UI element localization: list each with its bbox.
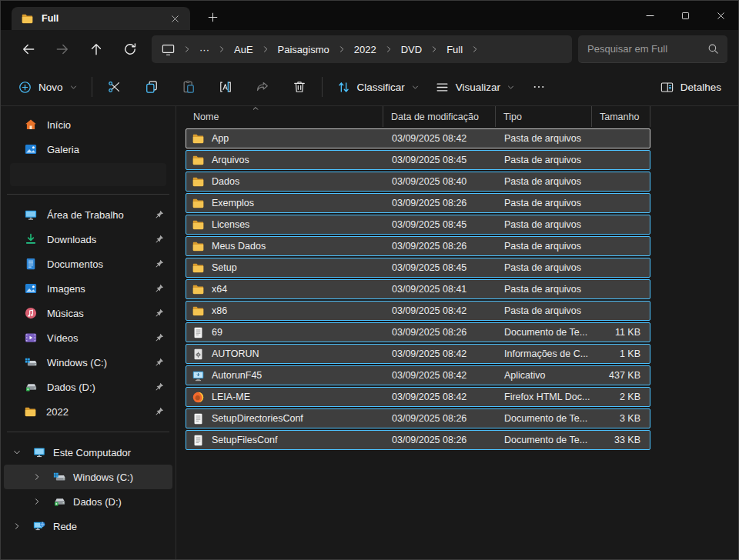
sidebar-item-v-deos[interactable]: Vídeos [4, 325, 172, 350]
pin-icon[interactable] [154, 234, 165, 245]
sidebar-item-dados-d-[interactable]: Dados (D:) [4, 375, 172, 399]
file-row-licenses[interactable]: Licenses03/09/2025 08:45Pasta de arquivo… [186, 215, 650, 235]
close-button[interactable] [703, 1, 738, 30]
file-row-meus-dados[interactable]: Meus Dados03/09/2025 08:26Pasta de arqui… [186, 236, 650, 256]
file-row-setup[interactable]: Setup03/09/2025 08:45Pasta de arquivos [186, 258, 650, 278]
cut-button[interactable] [99, 73, 131, 101]
file-row-x64[interactable]: x6403/09/2025 08:41Pasta de arquivos [186, 279, 650, 299]
file-row-setupdirectoriesconf[interactable]: SetupDirectoriesConf03/09/2025 08:26Docu… [186, 408, 650, 428]
new-tab-button[interactable] [201, 5, 224, 28]
sidebar-item--rea-de-trabalho[interactable]: Área de Trabalho [4, 202, 172, 227]
sidebar-item-label: 2022 [46, 406, 69, 418]
breadcrumb-item[interactable]: DVD [394, 38, 429, 60]
file-row-69[interactable]: 6903/09/2025 08:26Documento de Te...11 K… [186, 322, 650, 342]
folder-icon [24, 405, 37, 418]
pin-icon[interactable] [154, 258, 165, 269]
file-date: 03/09/2025 08:26 [384, 435, 497, 445]
tab-title: Full [42, 13, 59, 24]
file-row-x86[interactable]: x8603/09/2025 08:42Pasta de arquivos [186, 301, 650, 321]
chevron-right-icon[interactable] [28, 472, 45, 482]
file-name: AutorunF45 [212, 370, 262, 381]
sidebar-item-2022[interactable]: 2022 [4, 399, 172, 424]
navigation-pane: InícioGaleria Área de TrabalhoDownloadsD… [1, 106, 176, 560]
file-row-autorun[interactable]: AUTORUN03/09/2025 08:42Informações de C.… [186, 344, 650, 364]
faded-item-placeholder [10, 163, 166, 186]
minimize-button[interactable] [632, 1, 667, 30]
explorer-tab[interactable]: Full [12, 7, 190, 30]
paste-button[interactable] [172, 73, 205, 101]
column-header-data-de-modifica-o[interactable]: Data de modificação [383, 106, 496, 127]
file-type: Documento de Te... [497, 327, 593, 338]
share-button[interactable] [246, 73, 279, 101]
maximize-button[interactable] [667, 1, 703, 30]
sidebar-item-in-cio[interactable]: Início [4, 112, 172, 137]
breadcrumb-chevron-icon[interactable] [470, 45, 480, 54]
chevron-right-icon[interactable] [28, 497, 45, 506]
sort-button[interactable]: Classificar [329, 73, 427, 101]
tree-item-este-computador[interactable]: Este Computador [4, 440, 172, 465]
sidebar-item-documentos[interactable]: Documentos [4, 252, 172, 276]
sidebar-item-imagens[interactable]: Imagens [4, 276, 172, 301]
videos-icon [24, 331, 38, 345]
file-name-cell: Setup [186, 262, 384, 275]
chevron-down-icon[interactable] [8, 448, 25, 457]
view-button[interactable]: Visualizar [427, 73, 523, 101]
tab-close-icon[interactable] [166, 9, 184, 28]
delete-button[interactable] [283, 73, 316, 101]
pin-icon[interactable] [154, 357, 165, 368]
file-date: 03/09/2025 08:26 [384, 241, 497, 252]
file-row-autorunf45[interactable]: AutorunF4503/09/2025 08:42Aplicativo437 … [186, 365, 650, 385]
tree-item-windows-c-[interactable]: Windows (C:) [4, 465, 172, 489]
sidebar-item-windows-c-[interactable]: Windows (C:) [4, 350, 172, 375]
file-row-dados[interactable]: Dados03/09/2025 08:40Pasta de arquivos [186, 172, 650, 192]
breadcrumb-item[interactable]: Full [440, 38, 470, 60]
file-row-leia-me[interactable]: LEIA-ME03/09/2025 08:42Firefox HTML Doc.… [186, 387, 650, 407]
breadcrumb-chevron-icon[interactable] [429, 45, 440, 54]
breadcrumb-item[interactable]: AuE [227, 38, 260, 60]
breadcrumb-chevron-icon[interactable] [216, 45, 227, 54]
forward-button[interactable] [45, 36, 79, 62]
new-button[interactable]: Novo [10, 73, 85, 101]
pin-icon[interactable] [154, 308, 165, 318]
file-name: LEIA-ME [212, 392, 250, 402]
file-name-cell: x86 [186, 305, 384, 318]
rename-button[interactable] [209, 73, 242, 101]
pin-icon[interactable] [154, 332, 165, 343]
more-options-button[interactable] [523, 73, 555, 101]
pin-icon[interactable] [154, 209, 165, 220]
file-type: Pasta de arquivos [497, 262, 593, 273]
breadcrumb-chevron-icon[interactable] [260, 45, 271, 54]
details-button[interactable]: Detalhes [652, 73, 729, 101]
column-header-tamanho[interactable]: Tamanho [592, 106, 650, 127]
breadcrumb-item[interactable]: 2022 [347, 38, 383, 60]
file-name-cell: AUTORUN [186, 348, 384, 361]
copy-button[interactable] [135, 73, 168, 101]
refresh-button[interactable] [113, 36, 147, 62]
pin-icon[interactable] [154, 283, 165, 294]
file-type: Pasta de arquivos [497, 176, 593, 187]
pin-icon[interactable] [154, 382, 165, 392]
file-row-exemplos[interactable]: Exemplos03/09/2025 08:26Pasta de arquivo… [186, 193, 650, 213]
tree-item-rede[interactable]: Rede [4, 514, 172, 538]
sidebar-item-downloads[interactable]: Downloads [4, 227, 172, 252]
file-row-arquivos[interactable]: Arquivos03/09/2025 08:45Pasta de arquivo… [186, 150, 650, 170]
back-button[interactable] [12, 36, 45, 62]
column-header-tipo[interactable]: Tipo [496, 106, 592, 127]
sidebar-item-m-sicas[interactable]: Músicas [4, 301, 172, 325]
column-header-nome[interactable]: Nome [186, 106, 383, 127]
this-pc-icon[interactable] [155, 42, 182, 57]
file-row-setupfilesconf[interactable]: SetupFilesConf03/09/2025 08:26Documento … [186, 430, 650, 450]
breadcrumb-item[interactable]: Paisagismo [271, 38, 336, 60]
breadcrumb-chevron-icon[interactable] [182, 45, 192, 54]
pin-icon[interactable] [154, 406, 165, 417]
up-button[interactable] [79, 36, 113, 62]
search-input[interactable] [587, 43, 707, 55]
breadcrumb-chevron-icon[interactable] [336, 45, 347, 54]
chevron-right-icon[interactable] [8, 522, 25, 531]
breadcrumb-chevron-icon[interactable] [383, 45, 394, 54]
search-icon [707, 42, 720, 55]
breadcrumb-overflow-button[interactable]: ··· [192, 38, 216, 60]
tree-item-dados-d-[interactable]: Dados (D:) [4, 489, 172, 514]
sidebar-item-galeria[interactable]: Galeria [4, 137, 172, 162]
file-row-app[interactable]: App03/09/2025 08:42Pasta de arquivos [186, 128, 650, 148]
